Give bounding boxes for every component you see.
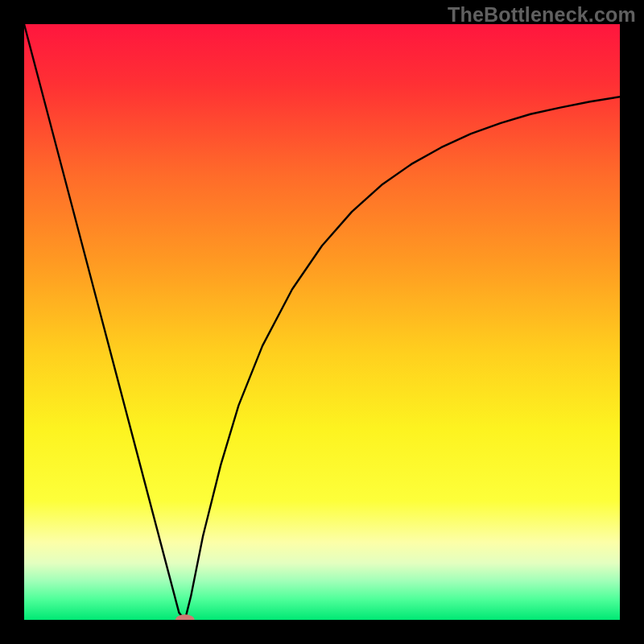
watermark-text: TheBottleneck.com <box>448 3 636 27</box>
plot-area <box>24 24 620 620</box>
chart-svg <box>24 24 620 620</box>
chart-frame: TheBottleneck.com <box>0 0 644 644</box>
